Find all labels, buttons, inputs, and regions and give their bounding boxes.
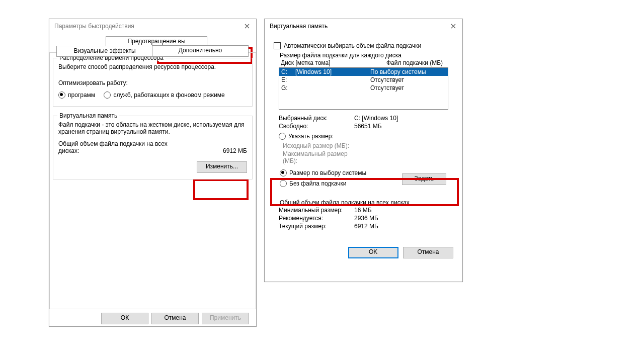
hdr-disk: Диск [метка тома] (281, 59, 386, 66)
list-item: G:Отсутствует (279, 84, 448, 92)
performance-options-dialog: Параметры быстродействия Предотвращение … (49, 19, 257, 327)
apply-button[interactable]: Применить (202, 313, 249, 324)
group-title: Виртуальная память (57, 112, 119, 119)
tab-advanced[interactable]: Дополнительно (152, 45, 249, 57)
ok-button[interactable]: ОК (101, 313, 148, 324)
auto-manage-label: Автоматически выбирать объем файла подка… (284, 42, 421, 49)
group-title: Размер файла подкачки для каждого диска (278, 52, 404, 59)
radio-system-managed-label: Размер по выбору системы (289, 169, 366, 176)
cancel-button[interactable]: Отмена (151, 313, 199, 324)
radio-programs-label: программ (68, 92, 95, 99)
radio-no-paging[interactable]: Без файла подкачки (280, 180, 346, 187)
titlebar: Виртуальная память (265, 19, 462, 33)
selected-drive-value: C: [Windows 10] (354, 115, 398, 122)
radio-custom-size-label: Указать размер: (288, 133, 334, 140)
max-size-label: Максимальный размер (МБ): (283, 150, 358, 164)
radio-custom-size[interactable]: Указать размер: (279, 133, 334, 140)
min-value: 16 МБ (354, 207, 372, 214)
change-button[interactable]: Изменить... (197, 161, 247, 173)
titlebar: Параметры быстродействия (49, 19, 256, 33)
close-icon[interactable] (241, 21, 253, 32)
total-group: Общий объем файла подкачки на всех диска… (274, 203, 453, 236)
group-title: Общий объем файла подкачки на всех диска… (278, 199, 412, 206)
vm-desc: Файл подкачки - это область на жестком д… (58, 121, 247, 135)
processor-scheduling-group: Распределение времени процессора Выберит… (53, 58, 253, 107)
tab-panel: Распределение времени процессора Выберит… (49, 52, 256, 309)
list-item: C:[Windows 10]По выбору системы (279, 68, 448, 76)
vm-total-label: Общий объем файла подкачки на всех диска… (58, 140, 174, 154)
min-label: Минимальный размер: (279, 207, 354, 214)
each-drive-group: Размер файла подкачки для каждого диска … (274, 55, 453, 199)
cur-value: 6912 МБ (354, 223, 378, 230)
radio-system-managed[interactable]: Размер по выбору системы (280, 169, 366, 176)
cancel-button[interactable]: Отмена (403, 247, 453, 258)
window-title: Виртуальная память (270, 19, 328, 33)
dialog-buttons: ОК Отмена Применить (101, 313, 249, 324)
window-title: Параметры быстродействия (54, 19, 134, 33)
ok-button[interactable]: OK (348, 247, 398, 258)
list-header: Диск [метка тома] Файл подкачки (МБ) (279, 59, 448, 66)
hdr-file: Файл подкачки (МБ) (386, 59, 443, 66)
rec-label: Рекомендуется: (279, 215, 354, 222)
list-item: E:Отсутствует (279, 76, 448, 84)
radio-services[interactable]: служб, работающих в фоновом режиме (104, 92, 224, 99)
virtual-memory-dialog: Виртуальная память Автоматически выбират… (264, 19, 463, 282)
radio-services-label: служб, работающих в фоновом режиме (113, 92, 224, 99)
radio-no-paging-label: Без файла подкачки (289, 180, 346, 187)
initial-size-label: Исходный размер (МБ): (283, 142, 358, 149)
vm-total-value: 6912 МБ (223, 147, 247, 154)
tabs: Предотвращение вы Визуальные эффекты Доп… (55, 36, 250, 56)
close-icon[interactable] (447, 21, 459, 32)
free-value: 56651 МБ (354, 123, 382, 130)
tab-dep[interactable]: Предотвращение вы (106, 36, 207, 46)
radio-programs[interactable]: программ (58, 92, 95, 99)
cur-label: Текущий размер: (279, 223, 354, 230)
auto-manage-checkbox[interactable]: Автоматически выбирать объем файла подка… (274, 42, 421, 49)
selected-drive-label: Выбранный диск: (279, 115, 354, 122)
set-button[interactable]: Задать (402, 173, 446, 185)
optimize-label: Оптимизировать работу: (58, 79, 247, 86)
scheduling-desc: Выберите способ распределения ресурсов п… (58, 63, 247, 70)
tab-visual-effects[interactable]: Визуальные эффекты (56, 46, 153, 57)
drive-list[interactable]: C:[Windows 10]По выбору системы E:Отсутс… (279, 67, 448, 110)
virtual-memory-group: Виртуальная память Файл подкачки - это о… (53, 116, 253, 179)
rec-value: 2936 МБ (354, 215, 378, 222)
free-label: Свободно: (279, 123, 354, 130)
